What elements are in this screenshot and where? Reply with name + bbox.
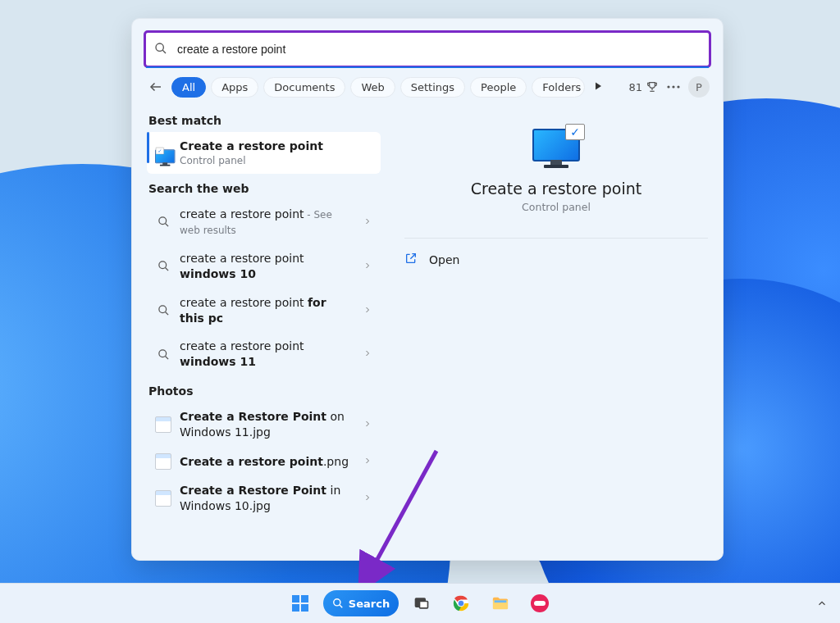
- svg-line-10: [165, 224, 167, 226]
- section-photos: Photos: [148, 384, 381, 398]
- svg-line-16: [165, 357, 167, 359]
- preview-pane: ✓ Create a restore point Control panel O…: [389, 102, 723, 560]
- svg-line-17: [410, 254, 415, 259]
- preview-monitor-icon: ✓: [532, 129, 580, 168]
- search-flyout: All Apps Documents Web Settings People F…: [131, 18, 724, 561]
- search-icon: [155, 302, 171, 319]
- chevron-right-icon: [363, 216, 372, 229]
- svg-point-7: [672, 85, 674, 88]
- preview-subtitle: Control panel: [522, 201, 591, 213]
- filter-documents[interactable]: Documents: [263, 77, 345, 98]
- image-thumbnail-icon: [155, 416, 171, 433]
- search-bar[interactable]: [145, 32, 710, 66]
- svg-rect-23: [420, 602, 428, 608]
- chevron-right-icon: [363, 304, 372, 317]
- chevron-right-icon: [363, 455, 372, 468]
- section-search-web: Search the web: [148, 182, 381, 195]
- web-result-text: create a restore point windows 11: [180, 339, 354, 370]
- preview-divider: [404, 238, 708, 239]
- photo-result[interactable]: Create a restore point.png: [147, 447, 381, 476]
- svg-line-14: [165, 312, 167, 315]
- search-icon: [155, 346, 171, 362]
- web-result[interactable]: create a restore point - See web results: [147, 200, 381, 244]
- preview-title: Create a restore point: [471, 180, 642, 198]
- svg-point-6: [667, 85, 669, 88]
- task-view-icon: [413, 595, 430, 612]
- taskbar-search-label: Search: [349, 598, 390, 610]
- opera-icon: [531, 594, 549, 612]
- svg-line-1: [162, 50, 166, 53]
- svg-line-12: [165, 268, 167, 271]
- web-result-text: create a restore point - See web results: [180, 207, 354, 238]
- results-column: Best match ✓ Create a restore point Cont…: [132, 102, 389, 560]
- trophy-icon: [646, 80, 659, 93]
- more-button[interactable]: [664, 77, 683, 97]
- photo-result[interactable]: Create a Restore Point in Windows 10.jpg: [147, 476, 381, 521]
- best-match-title: Create a restore point: [180, 139, 372, 154]
- web-result-text: create a restore point for this pc: [180, 295, 354, 326]
- photo-result-text: Create a restore point.png: [180, 454, 354, 470]
- task-view-button[interactable]: [405, 587, 438, 620]
- monitor-icon: ✓: [155, 145, 171, 161]
- photo-result-text: Create a Restore Point on Windows 11.jpg: [180, 409, 354, 440]
- photo-result[interactable]: Create a Restore Point on Windows 11.jpg: [147, 402, 381, 447]
- best-match-result[interactable]: ✓ Create a restore point Control panel: [147, 132, 381, 174]
- open-label: Open: [429, 253, 459, 266]
- taskbar-search-button[interactable]: Search: [323, 590, 399, 616]
- selection-indicator: [147, 132, 149, 163]
- taskbar: Search: [0, 583, 840, 623]
- chevron-right-icon: [363, 418, 372, 431]
- chevron-right-icon: [363, 260, 372, 273]
- search-icon: [154, 42, 167, 57]
- web-result[interactable]: create a restore point windows 10: [147, 244, 381, 289]
- app-button[interactable]: [523, 587, 556, 620]
- filter-bar: All Apps Documents Web Settings People F…: [132, 68, 723, 102]
- filter-scroll-right[interactable]: [590, 80, 606, 93]
- profile-avatar[interactable]: P: [688, 76, 710, 98]
- photo-result-text: Create a Restore Point in Windows 10.jpg: [180, 483, 354, 514]
- svg-point-13: [158, 306, 166, 313]
- windows-logo-icon: [292, 595, 308, 612]
- web-result-text: create a restore point windows 10: [180, 251, 354, 282]
- best-match-subtitle: Control panel: [180, 154, 372, 167]
- filter-all[interactable]: All: [171, 77, 206, 98]
- chevron-right-icon: [363, 348, 372, 361]
- chrome-button[interactable]: [445, 587, 477, 620]
- filter-web[interactable]: Web: [350, 77, 395, 98]
- search-input[interactable]: [176, 42, 701, 57]
- image-thumbnail-icon: [155, 490, 171, 507]
- svg-point-20: [334, 599, 340, 606]
- svg-line-21: [340, 605, 342, 607]
- search-icon: [332, 598, 344, 609]
- back-button[interactable]: [145, 76, 167, 98]
- section-best-match: Best match: [148, 114, 381, 127]
- web-result[interactable]: create a restore point for this pc: [147, 289, 381, 333]
- svg-point-11: [158, 261, 166, 269]
- svg-rect-28: [495, 600, 507, 603]
- web-result[interactable]: create a restore point windows 11: [147, 332, 381, 376]
- filter-folders[interactable]: Folders: [532, 77, 585, 98]
- filter-settings[interactable]: Settings: [400, 77, 465, 98]
- rewards-count[interactable]: 81: [628, 80, 659, 93]
- chevron-right-icon: [363, 492, 372, 505]
- start-button[interactable]: [284, 587, 317, 620]
- tray-expand-button[interactable]: [812, 593, 832, 613]
- explorer-button[interactable]: [484, 587, 517, 620]
- image-thumbnail-icon: [155, 453, 171, 470]
- svg-point-0: [156, 43, 163, 51]
- svg-point-15: [158, 350, 166, 357]
- svg-marker-3: [596, 83, 601, 90]
- search-icon: [155, 258, 171, 275]
- chrome-icon: [452, 594, 470, 612]
- svg-point-8: [677, 85, 679, 88]
- folder-icon: [491, 595, 509, 612]
- open-external-icon: [404, 252, 418, 267]
- chevron-up-icon: [816, 598, 828, 609]
- search-icon: [155, 214, 171, 230]
- svg-point-9: [158, 217, 166, 225]
- filter-apps[interactable]: Apps: [211, 77, 258, 98]
- open-action[interactable]: Open: [403, 245, 710, 274]
- filter-people[interactable]: People: [470, 77, 527, 98]
